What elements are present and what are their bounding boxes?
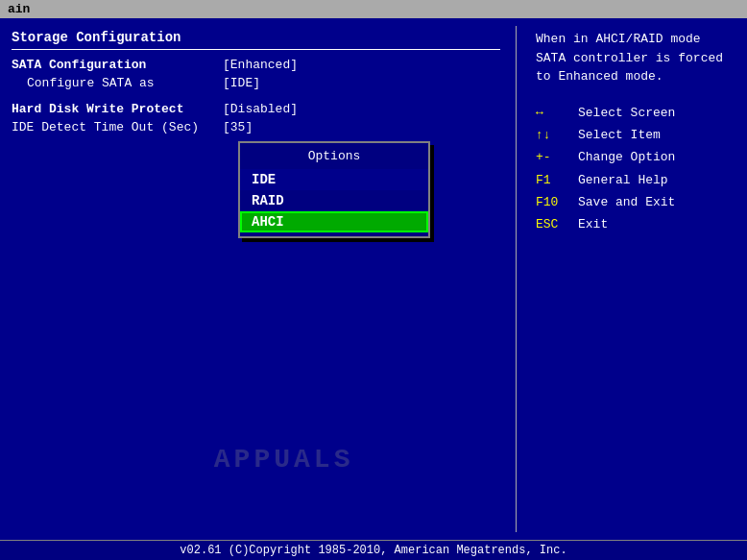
config-label: SATA Configuration [12, 58, 223, 72]
config-rows: SATA Configuration[Enhanced]Configure SA… [12, 58, 500, 134]
top-bar: ain [0, 0, 747, 18]
dropdown-title: Options [240, 147, 428, 165]
content-area: Storage Configuration SATA Configuration… [0, 18, 747, 540]
dropdown-item[interactable]: RAID [240, 190, 428, 211]
keybinding-row: F1General Help [536, 169, 732, 191]
right-panel: When in AHCI/RAID mode SATA controller i… [528, 26, 739, 532]
key-label: ESC [536, 213, 570, 235]
key-label: ↔ [536, 102, 570, 124]
config-value: [Enhanced] [223, 58, 298, 72]
key-desc: General Help [578, 169, 668, 191]
divider [12, 49, 500, 50]
dropdown-items: IDERAIDAHCI [240, 169, 428, 232]
key-label: +- [536, 146, 570, 168]
key-desc: Save and Exit [578, 191, 675, 213]
dropdown-overlay: Options IDERAIDAHCI [238, 141, 430, 238]
config-row: Configure SATA as[IDE] [12, 76, 500, 90]
key-desc: Exit [578, 213, 608, 235]
keybinding-row: F10Save and Exit [536, 191, 732, 213]
dropdown-box: Options IDERAIDAHCI [238, 141, 430, 238]
vertical-divider [516, 26, 517, 532]
keybindings: ↔Select Screen↑↓Select Item+-Change Opti… [536, 102, 732, 236]
config-value: [35] [223, 120, 253, 134]
bottom-bar: v02.61 (C)Copyright 1985-2010, American … [0, 540, 747, 560]
top-bar-label: ain [8, 2, 30, 16]
key-label: ↑↓ [536, 124, 570, 146]
config-label: Hard Disk Write Protect [12, 102, 223, 116]
config-label: IDE Detect Time Out (Sec) [12, 120, 223, 134]
keybinding-row: ESCExit [536, 213, 732, 235]
key-desc: Select Item [578, 124, 661, 146]
key-label: F10 [536, 191, 570, 213]
config-row: Hard Disk Write Protect[Disabled] [12, 102, 500, 116]
keybinding-row: ↑↓Select Item [536, 124, 732, 146]
help-text: When in AHCI/RAID mode SATA controller i… [536, 30, 732, 86]
watermark: APPUALS [214, 445, 354, 475]
key-desc: Change Option [578, 146, 675, 168]
config-row: IDE Detect Time Out (Sec)[35] [12, 120, 500, 134]
keybinding-row: +-Change Option [536, 146, 732, 168]
config-value: [Disabled] [223, 102, 298, 116]
key-desc: Select Screen [578, 102, 675, 124]
footer-text: v02.61 (C)Copyright 1985-2010, American … [180, 544, 566, 557]
config-label: Configure SATA as [12, 76, 223, 90]
config-value: [IDE] [223, 76, 260, 90]
config-row: SATA Configuration[Enhanced] [12, 58, 500, 72]
dropdown-item[interactable]: AHCI [240, 211, 428, 232]
left-panel: Storage Configuration SATA Configuration… [8, 26, 504, 532]
main-container: Storage Configuration SATA Configuration… [0, 18, 747, 560]
keybinding-row: ↔Select Screen [536, 102, 732, 124]
section-title: Storage Configuration [12, 30, 500, 45]
dropdown-item[interactable]: IDE [240, 169, 428, 190]
key-label: F1 [536, 169, 570, 191]
